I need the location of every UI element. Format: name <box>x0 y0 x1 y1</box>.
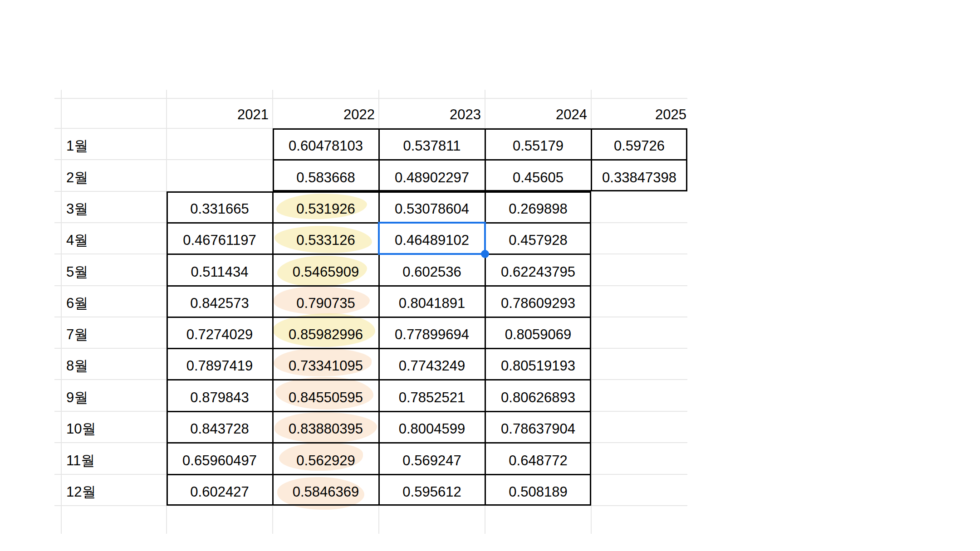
table-cell[interactable]: 0.45605 <box>485 160 591 191</box>
table-cell[interactable]: 0.648772 <box>485 443 591 474</box>
table-cell[interactable] <box>591 317 687 348</box>
table-cell[interactable] <box>591 380 687 411</box>
table-cell[interactable]: 0.533126 <box>273 223 379 254</box>
table-cell[interactable] <box>591 443 687 474</box>
row-label[interactable]: 3월 <box>61 191 167 223</box>
table-cell[interactable]: 0.46761197 <box>167 223 273 254</box>
table-cell[interactable]: 0.48902297 <box>379 160 485 191</box>
table-cell[interactable]: 0.843728 <box>167 411 273 443</box>
table-cell[interactable]: 0.595612 <box>379 474 485 506</box>
column-header-2023[interactable]: 2023 <box>379 98 485 128</box>
row-label[interactable]: 10월 <box>61 411 167 443</box>
row-label[interactable]: 8월 <box>61 348 167 380</box>
table-cell[interactable]: 0.583668 <box>273 160 379 191</box>
table-cell[interactable]: 0.331665 <box>167 191 273 223</box>
table-cell[interactable] <box>167 128 273 160</box>
table-cell[interactable]: 0.5846369 <box>273 474 379 506</box>
table-cell[interactable]: 0.7743249 <box>379 348 485 380</box>
row-label[interactable]: 6월 <box>61 286 167 317</box>
table-cell[interactable]: 0.511434 <box>167 254 273 286</box>
row-label[interactable]: 12월 <box>61 474 167 506</box>
table-cell[interactable] <box>591 223 687 254</box>
table-cell[interactable]: 0.508189 <box>485 474 591 506</box>
table-cell[interactable]: 0.85982996 <box>273 317 379 348</box>
spreadsheet-canvas: 202120222023202420251월0.604781030.537811… <box>0 0 980 551</box>
column-header-2024[interactable]: 2024 <box>485 98 591 128</box>
table-cell[interactable]: 0.879843 <box>167 380 273 411</box>
table-cell[interactable]: 0.569247 <box>379 443 485 474</box>
table-cell[interactable] <box>591 254 687 286</box>
table-cell[interactable]: 0.602536 <box>379 254 485 286</box>
table-cell[interactable]: 0.790735 <box>273 286 379 317</box>
table-cell[interactable]: 0.80626893 <box>485 380 591 411</box>
table-cell[interactable]: 0.7274029 <box>167 317 273 348</box>
table-cell[interactable] <box>591 474 687 506</box>
table-cell[interactable]: 0.84550595 <box>273 380 379 411</box>
table-cell[interactable]: 0.55179 <box>485 128 591 160</box>
table-cell[interactable]: 0.65960497 <box>167 443 273 474</box>
table-cell[interactable]: 0.457928 <box>485 223 591 254</box>
table-cell[interactable]: 0.7852521 <box>379 380 485 411</box>
row-label[interactable]: 11월 <box>61 443 167 474</box>
table-cell[interactable] <box>167 160 273 191</box>
table-cell[interactable]: 0.59726 <box>591 128 687 160</box>
row-label[interactable]: 5월 <box>61 254 167 286</box>
table-cell[interactable]: 0.5465909 <box>273 254 379 286</box>
table-cell[interactable]: 0.7897419 <box>167 348 273 380</box>
table-cell[interactable]: 0.537811 <box>379 128 485 160</box>
table-cell[interactable]: 0.8004599 <box>379 411 485 443</box>
table-cell[interactable]: 0.531926 <box>273 191 379 223</box>
table-cell[interactable]: 0.562929 <box>273 443 379 474</box>
column-header-2025[interactable]: 2025 <box>591 98 687 128</box>
row-label[interactable]: 4월 <box>61 223 167 254</box>
row-label[interactable]: 9월 <box>61 380 167 411</box>
table-cell[interactable]: 0.78637904 <box>485 411 591 443</box>
table-cell[interactable]: 0.8059069 <box>485 317 591 348</box>
table-cell[interactable]: 0.83880395 <box>273 411 379 443</box>
fill-handle[interactable] <box>481 250 489 258</box>
table-cell[interactable]: 0.73341095 <box>273 348 379 380</box>
table-cell[interactable]: 0.80519193 <box>485 348 591 380</box>
row-label[interactable]: 2월 <box>61 160 167 191</box>
table-cell[interactable] <box>591 191 687 223</box>
table-cell[interactable]: 0.60478103 <box>273 128 379 160</box>
table-cell[interactable] <box>591 286 687 317</box>
table-cell[interactable]: 0.842573 <box>167 286 273 317</box>
table-cell[interactable]: 0.62243795 <box>485 254 591 286</box>
row-label[interactable]: 7월 <box>61 317 167 348</box>
table-cell[interactable]: 0.602427 <box>167 474 273 506</box>
table-cell[interactable]: 0.269898 <box>485 191 591 223</box>
row-label[interactable]: 1월 <box>61 128 167 160</box>
table-cell[interactable] <box>591 348 687 380</box>
column-header-2022[interactable]: 2022 <box>273 98 379 128</box>
table-cell[interactable] <box>591 411 687 443</box>
table-cell[interactable]: 0.33847398 <box>591 160 687 191</box>
table-cell[interactable]: 0.8041891 <box>379 286 485 317</box>
selected-cell-border <box>378 222 486 255</box>
column-header-2021[interactable]: 2021 <box>167 98 273 128</box>
table-cell[interactable]: 0.77899694 <box>379 317 485 348</box>
table-cell[interactable]: 0.53078604 <box>379 191 485 223</box>
table-cell[interactable]: 0.78609293 <box>485 286 591 317</box>
